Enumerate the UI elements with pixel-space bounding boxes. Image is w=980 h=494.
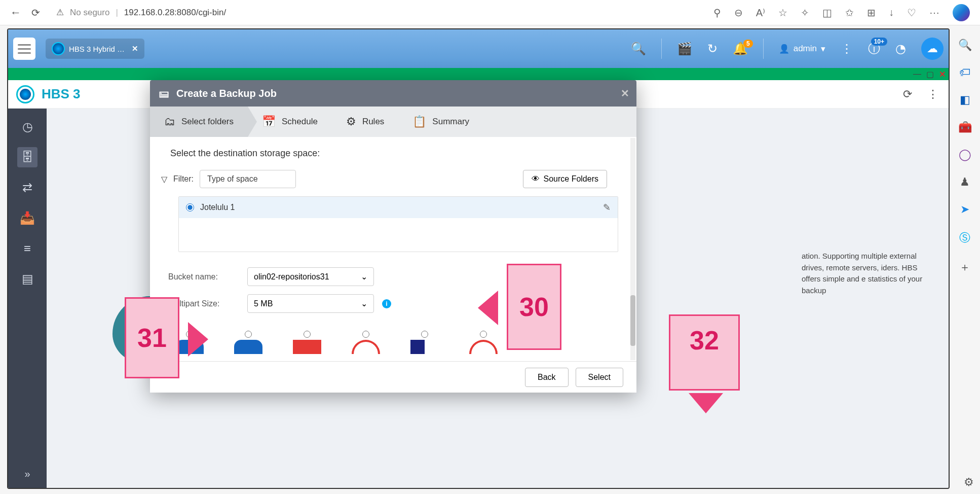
modal-footer: Back Select <box>150 361 636 393</box>
tag-side-icon[interactable]: 🏷 <box>959 66 970 79</box>
provider-option[interactable] <box>234 331 262 354</box>
menu-icon[interactable] <box>13 38 35 60</box>
dashboard-icon[interactable]: ◔ <box>895 42 906 56</box>
more-vert-icon[interactable]: ⋮ <box>841 42 853 56</box>
filter-icon: ▽ <box>161 174 167 184</box>
refresh-icon[interactable]: ⟳ <box>903 88 912 101</box>
close-tab-icon[interactable]: ✕ <box>132 44 138 53</box>
hbs-logo-icon <box>16 85 34 103</box>
bucket-select[interactable]: olin02-repositorios31 ⌄ <box>247 267 374 286</box>
user-label: admin <box>794 44 817 54</box>
section-heading: Select the destination storage space: <box>170 148 616 159</box>
office-side-icon[interactable]: ◯ <box>959 148 971 161</box>
search-side-icon[interactable]: 🔍 <box>958 39 972 52</box>
read-aloud-icon[interactable]: A⁾ <box>756 7 765 19</box>
edit-destination-icon[interactable]: ✎ <box>603 202 611 213</box>
bg-teaser-text: ation. Supporting multiple external driv… <box>802 251 933 296</box>
search-icon[interactable]: 🔍 <box>631 42 646 56</box>
rail-backup-icon[interactable]: 🗄 <box>17 147 37 167</box>
left-nav-rail: ◷ 🗄 ⇄ 📥 ≡ ▤ » <box>8 109 47 488</box>
app-tab-hbs[interactable]: HBS 3 Hybrid … ✕ <box>46 39 144 59</box>
more-icon[interactable]: ⋯ <box>929 7 939 19</box>
add-side-icon[interactable]: ＋ <box>959 260 970 275</box>
scrollbar[interactable] <box>630 138 635 360</box>
notif-badge: 5 <box>743 40 753 48</box>
provider-option[interactable] <box>175 331 204 354</box>
provider-option[interactable] <box>469 331 498 354</box>
modal-close-icon[interactable]: ✕ <box>621 87 629 99</box>
extensions-icon[interactable]: ✧ <box>801 7 809 19</box>
info-tip-icon[interactable]: i <box>382 299 391 308</box>
rail-storage-icon[interactable]: ≡ <box>17 238 37 259</box>
split-icon[interactable]: ◫ <box>822 7 832 19</box>
source-folders-button[interactable]: 👁 Source Folders <box>523 170 608 188</box>
type-of-space-select[interactable]: Type of space <box>200 170 296 188</box>
sync-icon[interactable]: ↻ <box>707 42 718 56</box>
favorites-bar-icon[interactable]: ✩ <box>845 7 854 19</box>
maximize-icon[interactable]: ▢ <box>926 69 934 79</box>
folder-icon: 🗂 <box>164 115 175 128</box>
collections-icon[interactable]: ⊞ <box>867 7 876 19</box>
tab-summary[interactable]: 📋 Summary <box>398 107 483 137</box>
select-button[interactable]: Select <box>576 368 623 387</box>
back-button[interactable]: Back <box>525 368 569 387</box>
close-window-icon[interactable]: ✕ <box>939 69 946 79</box>
cloud-icon[interactable]: ☁ <box>921 38 944 60</box>
provider-option[interactable] <box>293 331 321 354</box>
tab-schedule[interactable]: 📅 Schedule <box>248 107 332 137</box>
modal-title: Create a Backup Job <box>176 88 277 99</box>
expand-rail-icon[interactable]: » <box>24 468 30 480</box>
warning-icon: ⚠ <box>56 7 64 18</box>
user-menu[interactable]: 👤 admin ▾ <box>779 44 825 54</box>
provider-option[interactable] <box>410 331 439 354</box>
multipart-label: Multipart Size: <box>168 299 239 308</box>
bell-icon[interactable]: 🔔5 <box>733 42 748 56</box>
outlook-side-icon[interactable]: ◧ <box>960 93 970 107</box>
rail-logs-icon[interactable]: ▤ <box>17 269 37 289</box>
tab-select-folders[interactable]: 🗂 Select folders <box>150 107 248 137</box>
clapper-icon[interactable]: 🎬 <box>677 42 692 56</box>
qnap-window: HBS 3 Hybrid … ✕ 🔍 🎬 ↻ 🔔5 👤 admin ▾ ⋮ ⓘ1… <box>7 28 950 489</box>
back-icon[interactable]: ← <box>10 6 21 19</box>
performance-icon[interactable]: ♡ <box>907 7 916 19</box>
send-side-icon[interactable]: ➤ <box>960 203 969 216</box>
window-controls: — ▢ ✕ <box>8 68 949 80</box>
downloads-icon[interactable]: ↓ <box>889 7 894 18</box>
browser-toolbar: ← ⟳ ⚠ No seguro | 192.168.0.28:8080/cgi-… <box>0 0 980 25</box>
chevron-down-icon: ▾ <box>821 44 825 54</box>
toolbox-side-icon[interactable]: 🧰 <box>958 121 972 134</box>
rail-restore-icon[interactable]: 📥 <box>17 208 37 228</box>
create-backup-modal: 🖴 Create a Backup Job ✕ 🗂 Select folders… <box>150 80 636 393</box>
settings-gear-icon[interactable]: ⚙ <box>964 476 974 489</box>
insecure-label: No seguro <box>70 8 109 18</box>
destination-list: Jotelulu 1 ✎ <box>178 196 618 252</box>
wizard-tabs: 🗂 Select folders 📅 Schedule ⚙ Rules 📋 Su… <box>150 107 636 137</box>
user-icon: 👤 <box>779 44 789 54</box>
games-side-icon[interactable]: ♟ <box>960 175 970 189</box>
address-bar[interactable]: ⚠ No seguro | 192.168.0.28:8080/cgi-bin/ <box>50 4 703 21</box>
tab-rules[interactable]: ⚙ Rules <box>332 107 398 137</box>
skype-side-icon[interactable]: Ⓢ <box>959 230 970 245</box>
key-icon[interactable]: ⚲ <box>713 7 721 19</box>
url-text: 192.168.0.28:8080/cgi-bin/ <box>124 8 226 18</box>
bucket-label: Bucket name: <box>168 272 239 281</box>
minimize-icon[interactable]: — <box>913 69 921 79</box>
favorite-icon[interactable]: ☆ <box>778 7 787 19</box>
kebab-icon[interactable]: ⋮ <box>927 88 938 101</box>
backup-header-icon: 🖴 <box>159 88 169 99</box>
modal-header: 🖴 Create a Backup Job ✕ <box>150 80 636 107</box>
info-icon[interactable]: ⓘ10+ <box>868 41 880 57</box>
zoom-out-icon[interactable]: ⊖ <box>734 7 743 19</box>
chevron-down-icon: ⌄ <box>361 272 367 281</box>
multipart-select[interactable]: 5 MB ⌄ <box>247 294 374 313</box>
scrollbar-thumb[interactable] <box>630 295 635 346</box>
provider-option[interactable] <box>352 331 380 354</box>
modal-body: Select the destination storage space: ▽ … <box>150 137 636 361</box>
reload-icon[interactable]: ⟳ <box>31 7 40 19</box>
hbs-title: HBS 3 <box>42 86 81 102</box>
destination-radio[interactable] <box>186 203 194 211</box>
rail-sync-icon[interactable]: ⇄ <box>17 178 37 198</box>
copilot-icon[interactable] <box>953 4 970 21</box>
destination-row[interactable]: Jotelulu 1 ✎ <box>179 197 618 218</box>
rail-overview-icon[interactable]: ◷ <box>17 117 37 137</box>
